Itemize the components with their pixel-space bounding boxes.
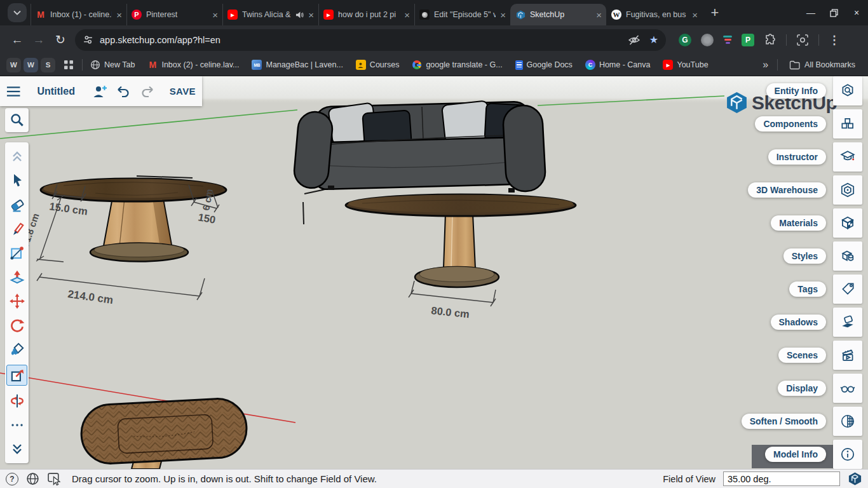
help-button[interactable]: ? bbox=[6, 473, 18, 485]
expand-toolbar-button[interactable] bbox=[8, 440, 26, 458]
flip-icon bbox=[9, 393, 25, 409]
warehouse-button[interactable] bbox=[833, 175, 862, 205]
tab-audio-icon[interactable] bbox=[295, 11, 304, 19]
oval-table-model[interactable] bbox=[346, 194, 576, 287]
grammarly-extension-icon[interactable]: G bbox=[679, 34, 691, 46]
shapes-tool[interactable] bbox=[8, 244, 26, 262]
entity-info-button[interactable] bbox=[833, 76, 862, 105]
back-button[interactable]: ← bbox=[6, 29, 28, 51]
move-icon bbox=[9, 293, 25, 309]
panel-label-components: Components bbox=[755, 116, 826, 132]
planner-extension-icon[interactable]: P bbox=[742, 34, 754, 46]
tab-close-icon[interactable]: × bbox=[596, 10, 602, 20]
search-tool-button[interactable] bbox=[5, 108, 29, 132]
more-tools-button[interactable] bbox=[8, 416, 26, 434]
zoom-icon bbox=[9, 367, 25, 384]
styles-icon bbox=[839, 248, 856, 264]
rotate-tool[interactable] bbox=[8, 316, 26, 334]
browser-menu-icon[interactable]: ⋮ bbox=[829, 33, 840, 47]
shadows-button[interactable] bbox=[833, 308, 862, 337]
undo-icon[interactable] bbox=[113, 80, 135, 103]
browser-tab-active[interactable]: SketchUp × bbox=[510, 4, 606, 25]
instructor-button[interactable] bbox=[833, 142, 862, 172]
add-collaborator-icon[interactable] bbox=[89, 80, 111, 103]
globe-icon[interactable] bbox=[26, 472, 39, 485]
youtube-icon: ▶ bbox=[663, 60, 673, 70]
browser-tab[interactable]: M Inbox (1) - celine.l × bbox=[31, 4, 126, 25]
line-tool[interactable] bbox=[8, 220, 26, 238]
url-text[interactable]: app.sketchup.com/app?hl=en bbox=[100, 35, 220, 45]
bookmark-inbox[interactable]: M Inbox (2) - celine.lav... bbox=[142, 60, 244, 70]
save-button[interactable]: SAVE bbox=[170, 86, 196, 97]
bookmark-star-icon[interactable]: ★ bbox=[649, 34, 658, 46]
bottom-table-model[interactable] bbox=[80, 397, 248, 469]
window-minimize-button[interactable]: — bbox=[799, 0, 822, 25]
pinterest-favicon: P bbox=[132, 10, 142, 20]
panel-label-entity-info: Entity Info bbox=[766, 83, 826, 98]
tab-group-pill[interactable]: W bbox=[6, 58, 21, 72]
window-close-button[interactable]: × bbox=[845, 0, 868, 25]
soften-smooth-button[interactable] bbox=[833, 407, 862, 436]
extensions-puzzle-icon[interactable] bbox=[764, 34, 776, 46]
reload-button[interactable]: ↻ bbox=[50, 29, 71, 51]
materials-button[interactable] bbox=[833, 208, 862, 238]
browser-tab[interactable]: P Pinterest × bbox=[126, 4, 222, 25]
tab-group-pill[interactable]: W bbox=[24, 58, 38, 72]
bookmark-label: google translate - G... bbox=[426, 60, 502, 69]
entity-info-icon bbox=[839, 83, 856, 99]
zoom-tool[interactable] bbox=[6, 365, 27, 386]
all-bookmarks-button[interactable]: All Bookmarks bbox=[780, 60, 862, 70]
bookmark-canva[interactable]: C Home - Canva bbox=[580, 60, 656, 70]
hamburger-menu-icon[interactable] bbox=[6, 86, 20, 97]
new-tab-button[interactable]: + bbox=[705, 3, 725, 23]
browser-tab[interactable]: ▶ how do i put 2 pi × bbox=[318, 4, 414, 25]
bookmark-google-translate[interactable]: google translate - G... bbox=[407, 60, 507, 70]
redo-icon[interactable] bbox=[137, 80, 158, 103]
push-pull-tool[interactable] bbox=[8, 268, 26, 286]
flip-tool[interactable] bbox=[8, 392, 26, 410]
model-info-button[interactable] bbox=[833, 440, 862, 469]
tab-close-icon[interactable]: × bbox=[692, 10, 698, 20]
tab-search-button[interactable] bbox=[8, 3, 27, 22]
click-cursor-icon[interactable] bbox=[47, 471, 62, 486]
collapse-toolbar-button[interactable] bbox=[8, 147, 26, 165]
address-bar[interactable]: app.sketchup.com/app?hl=en ★ bbox=[75, 29, 666, 51]
screenshot-lens-icon[interactable] bbox=[796, 34, 809, 46]
field-of-view-input[interactable] bbox=[723, 471, 840, 486]
browser-tab[interactable]: Edit "Episode 5" v × bbox=[414, 4, 510, 25]
paint-bucket-tool[interactable] bbox=[8, 341, 26, 358]
eye-off-icon[interactable] bbox=[628, 34, 641, 46]
tab-close-icon[interactable]: × bbox=[404, 10, 410, 20]
bookmark-courses[interactable]: Courses bbox=[351, 60, 405, 70]
bookmark-youtube[interactable]: ▶ YouTube bbox=[658, 60, 713, 70]
gray-extension-icon[interactable] bbox=[701, 34, 714, 46]
scenes-button[interactable] bbox=[833, 341, 862, 370]
display-button[interactable] bbox=[833, 374, 862, 403]
select-tool[interactable] bbox=[8, 172, 26, 189]
forward-button[interactable]: → bbox=[28, 29, 50, 51]
site-settings-icon[interactable] bbox=[83, 34, 93, 45]
document-title[interactable]: Untitled bbox=[37, 86, 75, 97]
browser-tab[interactable]: ▶ Twins Alicia & × bbox=[222, 4, 318, 25]
viewport-canvas[interactable]: 80.0 cm 15.0 cm 71.8 cm 6 cm 150 bbox=[0, 76, 868, 469]
move-tool[interactable] bbox=[8, 292, 26, 310]
sofa-model[interactable] bbox=[293, 100, 546, 193]
bookmark-managebac[interactable]: MB ManageBac | Laven... bbox=[247, 60, 348, 70]
tab-close-icon[interactable]: × bbox=[212, 10, 218, 20]
styles-button[interactable] bbox=[833, 241, 862, 271]
components-button[interactable] bbox=[833, 109, 862, 139]
browser-tab[interactable]: W Fugitivas, en bus × bbox=[606, 4, 702, 25]
apps-grid-icon[interactable] bbox=[63, 59, 74, 71]
tab-close-icon[interactable]: × bbox=[500, 10, 506, 20]
managebac-icon: MB bbox=[252, 60, 262, 70]
bookmark-google-docs[interactable]: Google Docs bbox=[510, 60, 578, 70]
tab-close-icon[interactable]: × bbox=[308, 10, 314, 20]
bookmarks-overflow-icon[interactable]: » bbox=[756, 59, 775, 71]
tags-button[interactable] bbox=[833, 274, 862, 304]
tab-group-pill[interactable]: S bbox=[41, 58, 55, 72]
stripes-extension-icon[interactable] bbox=[723, 36, 732, 44]
window-restore-button[interactable] bbox=[822, 0, 845, 25]
bookmark-new-tab[interactable]: New Tab bbox=[85, 60, 140, 70]
eraser-tool[interactable] bbox=[8, 196, 26, 214]
tab-close-icon[interactable]: × bbox=[116, 10, 122, 20]
